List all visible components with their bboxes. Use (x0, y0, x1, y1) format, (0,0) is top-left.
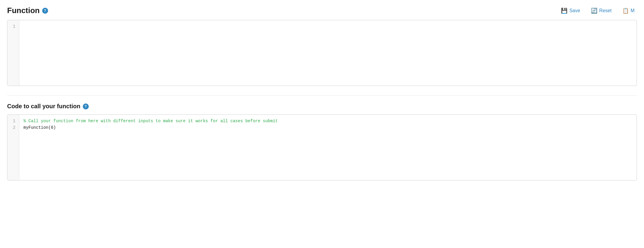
section-divider (7, 95, 637, 96)
save-button[interactable]: 💾 Save (559, 6, 582, 15)
save-icon: 💾 (561, 7, 567, 14)
line-number-1: 1 (11, 23, 15, 30)
call-code-input[interactable]: % Call your function from here with diff… (19, 115, 637, 180)
call-line-numbers: 1 2 (7, 115, 19, 180)
call-help-icon[interactable]: ? (83, 103, 89, 109)
save-label: Save (569, 8, 580, 13)
header-left: Function ? (7, 6, 48, 15)
function-editor: 1 (7, 20, 637, 86)
page-title: Function (7, 6, 40, 15)
function-line-numbers: 1 (7, 20, 19, 86)
call-editor-container: 1 2 % Call your function from here with … (7, 114, 637, 180)
code-line: myFunction(6) (23, 125, 56, 130)
call-section-title: Code to call your function (7, 103, 80, 110)
comment-line: % Call your function from here with diff… (23, 119, 278, 123)
function-code-input[interactable] (19, 20, 637, 86)
reset-icon: 🔄 (591, 7, 597, 14)
call-editor: 1 2 % Call your function from here with … (7, 115, 637, 180)
header-actions: 💾 Save 🔄 Reset 📋 M (559, 6, 637, 15)
reset-button[interactable]: 🔄 Reset (589, 6, 614, 15)
call-line-number-2: 2 (11, 124, 15, 131)
page-header: Function ? 💾 Save 🔄 Reset 📋 M (7, 6, 637, 15)
call-section-header: Code to call your function ? (7, 103, 637, 110)
more-button[interactable]: 📋 M (620, 6, 637, 15)
function-help-icon[interactable]: ? (42, 8, 48, 14)
more-label: M (631, 8, 635, 13)
reset-label: Reset (599, 8, 612, 13)
call-line-number-1: 1 (11, 118, 15, 124)
more-icon: 📋 (622, 7, 629, 14)
function-editor-container: 1 (7, 20, 637, 86)
